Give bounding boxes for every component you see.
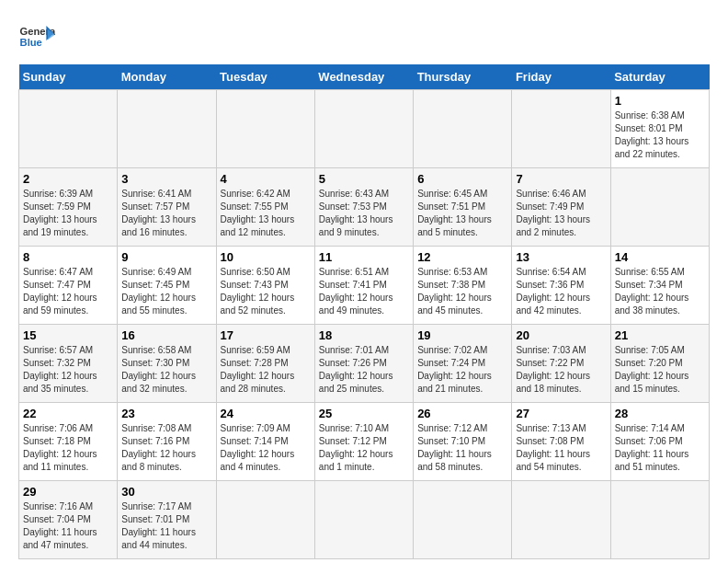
- day-number: 14: [615, 250, 705, 264]
- day-info: Sunrise: 6:55 AMSunset: 7:34 PMDaylight:…: [615, 267, 689, 316]
- calendar-cell: 29Sunrise: 7:16 AMSunset: 7:04 PMDayligh…: [19, 481, 118, 559]
- day-number: 18: [319, 328, 409, 342]
- calendar-cell: [118, 90, 216, 168]
- calendar-cell: 13Sunrise: 6:54 AMSunset: 7:36 PMDayligh…: [512, 247, 610, 325]
- calendar-week-row: 22Sunrise: 7:06 AMSunset: 7:18 PMDayligh…: [19, 403, 710, 481]
- day-number: 4: [221, 172, 311, 186]
- day-number: 19: [417, 328, 507, 342]
- day-info: Sunrise: 7:02 AMSunset: 7:24 PMDaylight:…: [417, 345, 492, 394]
- calendar-week-row: 15Sunrise: 6:57 AMSunset: 7:32 PMDayligh…: [19, 325, 710, 403]
- svg-text:Blue: Blue: [20, 37, 42, 48]
- day-info: Sunrise: 6:54 AMSunset: 7:36 PMDaylight:…: [516, 267, 590, 316]
- day-number: 2: [23, 172, 113, 186]
- calendar-cell: 7Sunrise: 6:46 AMSunset: 7:49 PMDaylight…: [512, 168, 610, 247]
- day-number: 6: [417, 172, 507, 186]
- calendar-cell: 4Sunrise: 6:42 AMSunset: 7:55 PMDaylight…: [216, 168, 314, 247]
- day-number: 15: [23, 328, 113, 342]
- calendar-cell: 18Sunrise: 7:01 AMSunset: 7:26 PMDayligh…: [314, 325, 413, 403]
- calendar-cell: [512, 481, 610, 559]
- day-info: Sunrise: 6:59 AMSunset: 7:28 PMDaylight:…: [221, 345, 295, 394]
- day-number: 16: [121, 328, 211, 342]
- day-info: Sunrise: 6:47 AMSunset: 7:47 PMDaylight:…: [23, 267, 97, 316]
- day-number: 12: [417, 250, 507, 264]
- calendar-week-row: 2Sunrise: 6:39 AMSunset: 7:59 PMDaylight…: [19, 168, 710, 247]
- day-info: Sunrise: 6:45 AMSunset: 7:51 PMDaylight:…: [417, 189, 492, 237]
- calendar-cell: 10Sunrise: 6:50 AMSunset: 7:43 PMDayligh…: [216, 247, 314, 325]
- logo: General Blue: [18, 18, 59, 55]
- calendar-week-row: 1Sunrise: 6:38 AMSunset: 8:01 PMDaylight…: [19, 90, 710, 168]
- weekday-header: Sunday: [19, 64, 118, 90]
- calendar-week-row: 8Sunrise: 6:47 AMSunset: 7:47 PMDaylight…: [19, 247, 710, 325]
- calendar-cell: 9Sunrise: 6:49 AMSunset: 7:45 PMDaylight…: [118, 247, 216, 325]
- calendar-cell: 25Sunrise: 7:10 AMSunset: 7:12 PMDayligh…: [314, 403, 413, 481]
- calendar-cell: 6Sunrise: 6:45 AMSunset: 7:51 PMDaylight…: [414, 168, 512, 247]
- calendar-cell: [610, 481, 709, 559]
- calendar-cell: 21Sunrise: 7:05 AMSunset: 7:20 PMDayligh…: [610, 325, 709, 403]
- day-info: Sunrise: 6:46 AMSunset: 7:49 PMDaylight:…: [516, 189, 590, 237]
- day-number: 25: [319, 407, 409, 420]
- weekday-header: Friday: [512, 64, 610, 90]
- page-header: General Blue: [18, 18, 710, 55]
- day-number: 29: [23, 485, 113, 499]
- day-info: Sunrise: 6:43 AMSunset: 7:53 PMDaylight:…: [319, 189, 393, 237]
- day-number: 21: [615, 328, 705, 342]
- calendar-cell: 16Sunrise: 6:58 AMSunset: 7:30 PMDayligh…: [118, 325, 216, 403]
- calendar-cell: 20Sunrise: 7:03 AMSunset: 7:22 PMDayligh…: [512, 325, 610, 403]
- weekday-header: Monday: [118, 64, 216, 90]
- calendar-cell: 22Sunrise: 7:06 AMSunset: 7:18 PMDayligh…: [19, 403, 118, 481]
- calendar-cell: [314, 481, 413, 559]
- day-info: Sunrise: 6:41 AMSunset: 7:57 PMDaylight:…: [121, 189, 196, 237]
- calendar-cell: 27Sunrise: 7:13 AMSunset: 7:08 PMDayligh…: [512, 403, 610, 481]
- calendar-cell: 1Sunrise: 6:38 AMSunset: 8:01 PMDaylight…: [610, 90, 709, 168]
- day-info: Sunrise: 6:38 AMSunset: 8:01 PMDaylight:…: [615, 110, 689, 159]
- day-info: Sunrise: 7:10 AMSunset: 7:12 PMDaylight:…: [319, 423, 393, 472]
- calendar-cell: 30Sunrise: 7:17 AMSunset: 7:01 PMDayligh…: [118, 481, 216, 559]
- calendar-cell: [610, 168, 709, 247]
- day-info: Sunrise: 7:12 AMSunset: 7:10 PMDaylight:…: [417, 423, 492, 472]
- day-info: Sunrise: 7:14 AMSunset: 7:06 PMDaylight:…: [615, 423, 689, 472]
- calendar-cell: [512, 90, 610, 168]
- day-info: Sunrise: 6:50 AMSunset: 7:43 PMDaylight:…: [221, 267, 295, 316]
- calendar-cell: 2Sunrise: 6:39 AMSunset: 7:59 PMDaylight…: [19, 168, 118, 247]
- day-number: 9: [121, 250, 211, 264]
- logo-icon: General Blue: [18, 18, 55, 55]
- day-number: 1: [615, 94, 705, 108]
- day-number: 17: [221, 328, 311, 342]
- day-number: 7: [516, 172, 606, 186]
- calendar-week-row: 29Sunrise: 7:16 AMSunset: 7:04 PMDayligh…: [19, 481, 710, 559]
- day-info: Sunrise: 6:39 AMSunset: 7:59 PMDaylight:…: [23, 189, 97, 237]
- day-info: Sunrise: 7:06 AMSunset: 7:18 PMDaylight:…: [23, 423, 97, 472]
- day-number: 11: [319, 250, 409, 264]
- day-info: Sunrise: 6:57 AMSunset: 7:32 PMDaylight:…: [23, 345, 97, 394]
- calendar-cell: 23Sunrise: 7:08 AMSunset: 7:16 PMDayligh…: [118, 403, 216, 481]
- calendar-cell: 12Sunrise: 6:53 AMSunset: 7:38 PMDayligh…: [414, 247, 512, 325]
- calendar-cell: [216, 481, 314, 559]
- calendar-cell: 28Sunrise: 7:14 AMSunset: 7:06 PMDayligh…: [610, 403, 709, 481]
- weekday-header: Thursday: [414, 64, 512, 90]
- day-info: Sunrise: 7:03 AMSunset: 7:22 PMDaylight:…: [516, 345, 590, 394]
- day-info: Sunrise: 7:13 AMSunset: 7:08 PMDaylight:…: [516, 423, 590, 472]
- day-info: Sunrise: 7:17 AMSunset: 7:01 PMDaylight:…: [121, 501, 196, 550]
- day-number: 5: [319, 172, 409, 186]
- calendar-table: SundayMondayTuesdayWednesdayThursdayFrid…: [18, 64, 710, 559]
- day-number: 24: [221, 407, 311, 420]
- day-info: Sunrise: 7:08 AMSunset: 7:16 PMDaylight:…: [121, 423, 196, 472]
- day-number: 28: [615, 407, 705, 420]
- calendar-cell: 17Sunrise: 6:59 AMSunset: 7:28 PMDayligh…: [216, 325, 314, 403]
- weekday-header-row: SundayMondayTuesdayWednesdayThursdayFrid…: [19, 64, 710, 90]
- calendar-cell: 3Sunrise: 6:41 AMSunset: 7:57 PMDaylight…: [118, 168, 216, 247]
- day-info: Sunrise: 6:53 AMSunset: 7:38 PMDaylight:…: [417, 267, 492, 316]
- day-info: Sunrise: 6:51 AMSunset: 7:41 PMDaylight:…: [319, 267, 393, 316]
- calendar-cell: 19Sunrise: 7:02 AMSunset: 7:24 PMDayligh…: [414, 325, 512, 403]
- day-number: 10: [221, 250, 311, 264]
- day-info: Sunrise: 7:16 AMSunset: 7:04 PMDaylight:…: [23, 501, 97, 550]
- calendar-cell: 8Sunrise: 6:47 AMSunset: 7:47 PMDaylight…: [19, 247, 118, 325]
- day-number: 3: [121, 172, 211, 186]
- calendar-cell: 15Sunrise: 6:57 AMSunset: 7:32 PMDayligh…: [19, 325, 118, 403]
- calendar-cell: [19, 90, 118, 168]
- calendar-cell: [414, 90, 512, 168]
- day-number: 26: [417, 407, 507, 420]
- calendar-cell: 26Sunrise: 7:12 AMSunset: 7:10 PMDayligh…: [414, 403, 512, 481]
- calendar-cell: 24Sunrise: 7:09 AMSunset: 7:14 PMDayligh…: [216, 403, 314, 481]
- weekday-header: Wednesday: [314, 64, 413, 90]
